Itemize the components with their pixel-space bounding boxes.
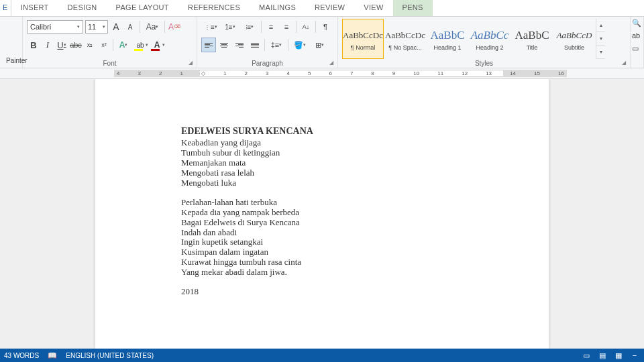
show-marks-button[interactable]: ¶	[318, 19, 333, 34]
tab-page-layout[interactable]: PAGE LAYOUT	[107, 0, 178, 16]
doc-line: Bagai Edelweis di Surya Kencana	[181, 218, 463, 228]
shading-button[interactable]: 🪣▾	[290, 38, 309, 52]
scroll-up-icon[interactable]: ▴	[596, 19, 605, 32]
bold-button[interactable]: B	[27, 38, 40, 52]
style-label: ¶ Normal	[351, 44, 375, 51]
font-dialog-launcher[interactable]: ◢	[189, 60, 195, 66]
decrease-indent-button[interactable]: ≡	[264, 19, 278, 34]
style-label: ¶ No Spac...	[388, 44, 421, 51]
select-icon[interactable]: ▭	[632, 44, 643, 55]
style-heading1[interactable]: AaBbC Heading 1	[427, 19, 468, 59]
tab-view[interactable]: VIEW	[354, 0, 392, 16]
separator	[288, 39, 288, 51]
style-label: Heading 1	[433, 44, 461, 51]
text-effects-button[interactable]: A▾	[115, 38, 131, 52]
print-layout-icon[interactable]: ▤	[597, 351, 608, 360]
word-count[interactable]: 43 WORDS	[4, 352, 39, 359]
align-justify-button[interactable]	[248, 38, 262, 52]
font-color-button[interactable]: A▾	[149, 38, 165, 52]
zoom-out-icon[interactable]: −	[629, 351, 640, 360]
multilevel-button[interactable]: ⁝≡▾	[240, 19, 259, 34]
style-title[interactable]: AaBbC Title	[511, 19, 553, 59]
web-layout-icon[interactable]: ▦	[613, 351, 624, 360]
style-preview: AaBbCcD	[557, 27, 592, 44]
line-spacing-button[interactable]: ‡≡▾	[267, 38, 286, 52]
tab-mailings[interactable]: MAILINGS	[250, 0, 305, 16]
indent-marker-icon[interactable]: ◇	[201, 70, 205, 76]
font-size-select[interactable]: 11 ▾	[85, 20, 108, 34]
paragraph-dialog-launcher[interactable]: ◢	[329, 60, 336, 66]
style-normal[interactable]: AaBbCcDc ¶ Normal	[342, 19, 384, 59]
separator	[261, 21, 262, 33]
tab-design[interactable]: DESIGN	[58, 0, 107, 16]
doc-line: Kurawat hingga tumbuh rasa cinta	[181, 257, 463, 267]
paragraph-group-label: Paragraph	[197, 60, 337, 67]
borders-button[interactable]: ⊞▾	[310, 38, 329, 52]
tab-file-partial[interactable]: E	[0, 0, 11, 16]
tab-review[interactable]: REVIEW	[305, 0, 354, 16]
doc-line: Yang mekar abadi dalam jiwa.	[181, 267, 463, 278]
bullets-button[interactable]: ⋮≡▾	[201, 19, 220, 34]
find-icon[interactable]: 🔍	[632, 19, 643, 29]
style-preview: AaBbCc	[471, 27, 509, 44]
underline-button[interactable]: U▾	[55, 38, 68, 52]
tab-references[interactable]: REFERENCES	[178, 0, 250, 16]
font-size-value: 11	[88, 23, 96, 31]
scroll-down-icon[interactable]: ▾	[596, 32, 605, 46]
style-subtitle[interactable]: AaBbCcD Subtitle	[553, 19, 595, 59]
chevron-down-icon: ▾	[77, 24, 80, 29]
doc-line: Ingin kupetik setangkai	[181, 237, 463, 247]
doc-line: Mengobati rasa lelah	[181, 168, 463, 178]
doc-line: Perlahan-lahan hati terbuka	[181, 198, 463, 208]
font-family-value: Calibri	[30, 23, 51, 31]
styles-group: AaBbCcDc ¶ Normal AaBbCcDc ¶ No Spac... …	[338, 17, 631, 68]
clear-formatting-button[interactable]: A⌫	[168, 20, 180, 34]
doc-line: Memanjakan mata	[181, 158, 463, 168]
superscript-button[interactable]: x	[97, 38, 111, 52]
grow-font-button[interactable]: A	[110, 20, 122, 34]
style-preview: AaBbC	[431, 27, 465, 44]
shrink-font-button[interactable]: A	[124, 20, 136, 34]
styles-dialog-launcher[interactable]: ◢	[622, 60, 629, 66]
ribbon: Painter Calibri ▾ 11 ▾ A A Aa▾ A⌫	[0, 17, 644, 68]
italic-button[interactable]: I	[41, 38, 54, 52]
highlight-button[interactable]: ab▾	[132, 38, 148, 52]
language-status[interactable]: ENGLISH (UNITED STATES)	[66, 352, 154, 359]
tab-pens[interactable]: PENS	[393, 0, 433, 16]
font-group-label: Font	[23, 60, 197, 67]
page[interactable]: EDELWEIS SURYA KENCANA Keabadian yang di…	[95, 79, 549, 349]
doc-line: Kepada dia yang nampak berbeda	[181, 208, 463, 218]
sort-button[interactable]: A↓	[299, 19, 313, 34]
status-bar: 43 WORDS 📖 ENGLISH (UNITED STATES) ▭ ▤ ▦…	[0, 349, 644, 362]
tab-insert[interactable]: INSERT	[11, 0, 58, 16]
style-label: Subtitle	[564, 44, 584, 51]
styles-scroll[interactable]: ▴ ▾ ▾	[596, 19, 605, 59]
horizontal-ruler[interactable]: 4 3 2 1 ◇ 1 2 3 4 5 6 7 8 9 10 11 12 13 …	[0, 68, 644, 79]
doc-line: Mengobati luka	[181, 178, 463, 188]
ribbon-tabs: E INSERT DESIGN PAGE LAYOUT REFERENCES M…	[0, 0, 644, 17]
separator	[140, 21, 140, 33]
align-left-button[interactable]	[201, 38, 216, 52]
separator	[296, 21, 297, 33]
change-case-button[interactable]: Aa▾	[144, 20, 161, 34]
doc-year: 2018	[181, 287, 463, 297]
format-painter[interactable]: Painter	[4, 57, 18, 67]
chevron-down-icon: ▾	[103, 24, 105, 29]
numbering-button[interactable]: 1≡▾	[221, 19, 239, 34]
replace-icon[interactable]: ab	[632, 32, 643, 42]
style-heading2[interactable]: AaBbCc Heading 2	[469, 19, 511, 59]
increase-indent-button[interactable]: ≡	[279, 19, 294, 34]
strikethrough-button[interactable]: abc	[69, 38, 83, 52]
spellcheck-icon[interactable]: 📖	[47, 351, 58, 360]
read-mode-icon[interactable]: ▭	[581, 351, 592, 360]
separator	[113, 39, 113, 51]
align-right-button[interactable]	[232, 38, 247, 52]
style-no-spacing[interactable]: AaBbCcDc ¶ No Spac...	[384, 19, 426, 59]
subscript-button[interactable]: x	[83, 38, 97, 52]
align-center-button[interactable]	[217, 38, 231, 52]
font-family-select[interactable]: Calibri ▾	[27, 20, 83, 34]
style-label: Heading 2	[476, 44, 503, 51]
editing-group: 🔍 ab ▭	[631, 17, 644, 68]
styles-expand-icon[interactable]: ▾	[596, 46, 605, 59]
paragraph-group: ⋮≡▾ 1≡▾ ⁝≡▾ ≡ ≡ A↓ ¶ ‡≡▾ 🪣▾ ⊞▾	[197, 17, 338, 68]
